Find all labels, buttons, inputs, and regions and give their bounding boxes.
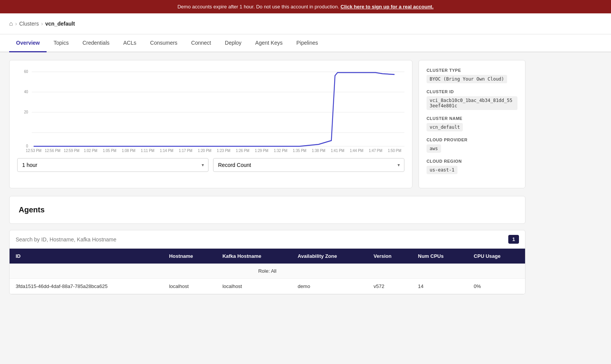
role-row: Role: All [10,264,525,279]
time-select[interactable]: 15 minutes 30 minutes 1 hour 3 hours 6 h… [17,158,209,172]
svg-text:1:08 PM: 1:08 PM [122,149,136,152]
cluster-name-value: vcn_default [427,123,463,131]
svg-text:1:29 PM: 1:29 PM [255,149,268,152]
cell-hostname: localhost [163,279,217,294]
cluster-name-field: CLUSTER NAME vcn_default [427,116,517,131]
svg-text:1:23 PM: 1:23 PM [217,149,231,152]
chart-card: 60 40 20 0 12:53 PM 12:56 PM 12:59 PM 1:… [9,60,412,188]
main-content: 60 40 20 0 12:53 PM 12:56 PM 12:59 PM 1:… [0,52,535,302]
svg-text:1:32 PM: 1:32 PM [274,149,288,152]
cluster-id-label: CLUSTER ID [427,89,517,94]
time-select-wrapper: 15 minutes 30 minutes 1 hour 3 hours 6 h… [17,158,209,172]
svg-text:1:14 PM: 1:14 PM [160,149,173,152]
agents-title-card: Agents [9,196,525,224]
cell-id: 3fda1515-46dd-4daf-88a7-785a28bca625 [10,279,163,294]
chart-row: 60 40 20 0 12:53 PM 12:56 PM 12:59 PM 1:… [9,60,525,188]
svg-text:1:50 PM: 1:50 PM [388,149,401,152]
tab-agent-keys[interactable]: Agent Keys [248,34,289,52]
cluster-info-sidebar: CLUSTER TYPE BYOC (Bring Your Own Cloud)… [419,60,525,188]
cluster-name-label: CLUSTER NAME [427,116,517,121]
page-badge: 1 [508,235,519,244]
breadcrumb-current: vcn_default [45,21,75,27]
cell-availability-zone: demo [292,279,368,294]
svg-text:1:17 PM: 1:17 PM [179,149,192,152]
cloud-provider-label: CLOUD PROVIDER [427,138,517,142]
svg-text:1:38 PM: 1:38 PM [312,149,325,152]
tab-deploy[interactable]: Deploy [218,34,249,52]
svg-text:20: 20 [24,110,28,114]
col-version: Version [367,249,412,264]
tab-overview[interactable]: Overview [9,34,47,52]
svg-text:1:05 PM: 1:05 PM [103,149,116,152]
col-num-cpus: Num CPUs [412,249,468,264]
svg-text:1:44 PM: 1:44 PM [350,149,364,152]
breadcrumb-sep-2: › [41,21,43,27]
demo-banner: Demo accounts expire after 1 hour. Do no… [0,0,611,13]
breadcrumb-bar: ⌂ › Clusters › vcn_default [0,13,611,34]
table-header: ID Hostname Kafka Hostname Availability … [10,249,525,264]
svg-text:1:26 PM: 1:26 PM [236,149,249,152]
svg-text:12:56 PM: 12:56 PM [45,149,60,152]
svg-text:1:47 PM: 1:47 PM [369,149,383,152]
svg-text:1:02 PM: 1:02 PM [84,149,97,152]
tab-pipelines[interactable]: Pipelines [289,34,325,52]
cell-version: v572 [367,279,412,294]
svg-text:1:41 PM: 1:41 PM [331,149,344,152]
chart-controls: 15 minutes 30 minutes 1 hour 3 hours 6 h… [17,158,404,172]
home-icon[interactable]: ⌂ [9,20,13,27]
metric-select[interactable]: Record Count Byte Count Produce Latency [213,158,404,172]
cluster-id-value: vci_8acb10c0_1bac_4b34_81dd_553eef4e801c [427,96,517,110]
cell-cpu-usage: 0% [468,279,525,294]
agents-title: Agents [19,205,516,214]
banner-link[interactable]: Click here to sign up for a real account… [341,4,433,10]
cloud-provider-field: CLOUD PROVIDER aws [427,138,517,153]
svg-text:60: 60 [24,70,28,74]
cloud-region-field: CLOUD REGION us-east-1 [427,159,517,174]
svg-text:1:20 PM: 1:20 PM [198,149,212,152]
cell-num-cpus: 14 [412,279,468,294]
banner-text: Demo accounts expire after 1 hour. Do no… [178,4,339,10]
tab-connect[interactable]: Connect [184,34,218,52]
col-kafka-hostname: Kafka Hostname [216,249,291,264]
table-body: Role: All 3fda1515-46dd-4daf-88a7-785a28… [10,264,525,294]
agents-table-card: 1 ID Hostname Kafka Hostname Availabilit… [9,230,525,294]
svg-text:0: 0 [26,144,28,148]
col-cpu-usage: CPU Usage [468,249,525,264]
cloud-region-value: us-east-1 [427,166,457,174]
cluster-type-value: BYOC (Bring Your Own Cloud) [427,75,507,83]
cluster-type-field: CLUSTER TYPE BYOC (Bring Your Own Cloud) [427,68,517,83]
tabs-bar: Overview Topics Credentials ACLs Consume… [0,34,611,52]
col-id: ID [10,249,163,264]
svg-text:12:59 PM: 12:59 PM [64,149,79,152]
col-hostname: Hostname [163,249,217,264]
svg-text:12:53 PM: 12:53 PM [26,149,42,152]
svg-text:1:35 PM: 1:35 PM [293,149,307,152]
search-input[interactable] [16,236,504,243]
chart-area: 60 40 20 0 12:53 PM 12:56 PM 12:59 PM 1:… [17,68,404,152]
table-row: 3fda1515-46dd-4daf-88a7-785a28bca625 loc… [10,279,525,294]
col-availability-zone: Availability Zone [292,249,368,264]
svg-text:1:11 PM: 1:11 PM [141,149,155,152]
metric-select-wrapper: Record Count Byte Count Produce Latency … [213,158,404,172]
breadcrumb-clusters[interactable]: Clusters [19,21,39,27]
tab-acls[interactable]: ACLs [116,34,143,52]
cloud-region-label: CLOUD REGION [427,159,517,163]
tab-credentials[interactable]: Credentials [76,34,116,52]
role-cell: Role: All [10,264,525,279]
cluster-type-label: CLUSTER TYPE [427,68,517,73]
cell-kafka-hostname: localhost [216,279,291,294]
tab-consumers[interactable]: Consumers [143,34,184,52]
svg-text:40: 40 [24,90,28,94]
tab-topics[interactable]: Topics [47,34,76,52]
chart-svg: 60 40 20 0 12:53 PM 12:56 PM 12:59 PM 1:… [17,68,404,152]
breadcrumb-sep-1: › [15,21,17,27]
search-bar: 1 [10,230,525,249]
agents-table: ID Hostname Kafka Hostname Availability … [10,249,525,294]
cluster-id-field: CLUSTER ID vci_8acb10c0_1bac_4b34_81dd_5… [427,89,517,110]
cloud-provider-value: aws [427,144,441,153]
